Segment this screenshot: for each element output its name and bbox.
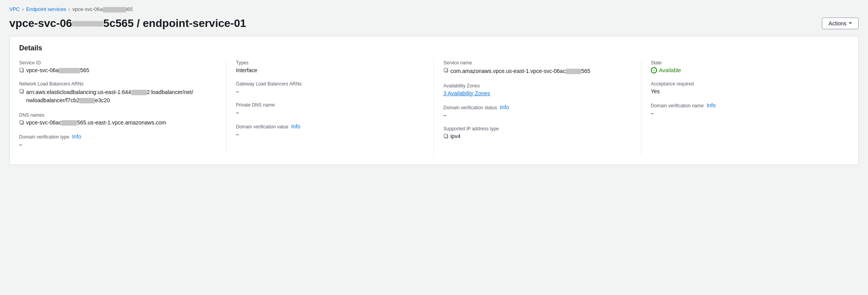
field-label-service-id: Service ID xyxy=(19,60,217,66)
breadcrumb-vpc[interactable]: VPC xyxy=(9,6,20,12)
field-label-domain-verification-value: Domain verification value Info xyxy=(236,123,424,130)
details-grid: Service ID vpce-svc-06a565 Network Loa xyxy=(19,60,849,156)
copy-icon-nlb-arns[interactable] xyxy=(19,89,25,94)
field-value-domain-verification-value: – xyxy=(236,131,424,137)
field-value-glb-arns: – xyxy=(236,88,424,94)
private-dns-name-dash: – xyxy=(236,109,239,116)
svg-rect-5 xyxy=(20,121,23,124)
breadcrumb-sep-1: › xyxy=(22,7,24,12)
domain-verification-status-dash: – xyxy=(443,112,447,118)
details-column-3: Service name com.amazonaws.vpce.us-east-… xyxy=(434,60,641,156)
details-section-title: Details xyxy=(19,44,849,52)
field-state: State Available xyxy=(651,60,849,73)
dns-names-value: vpce-svc-06ac565.us-east-1.vpce.amazonaw… xyxy=(26,119,166,126)
glb-arns-dash: – xyxy=(236,88,239,94)
types-value: Interface xyxy=(236,67,257,73)
field-label-dns-names: DNS names xyxy=(19,112,217,118)
field-glb-arns: Gateway Load Balancers ARNs – xyxy=(236,81,424,94)
details-card: Details Service ID vpce-svc-06a565 xyxy=(9,36,859,165)
field-value-domain-verification-status: – xyxy=(443,112,632,118)
field-value-nlb-arns: arn:aws:elasticloadbalancing:us-east-1:6… xyxy=(19,88,217,105)
field-domain-verification-type: Domain verification type Info – xyxy=(19,133,217,148)
copy-icon-service-name[interactable] xyxy=(443,68,449,73)
breadcrumb-current: vpce-svc-06ai65 xyxy=(72,6,133,12)
nlb-arns-value: arn:aws:elasticloadbalancing:us-east-1:6… xyxy=(26,88,193,105)
svg-rect-7 xyxy=(444,68,447,71)
svg-rect-9 xyxy=(444,134,447,137)
field-label-availability-zones: Availability Zones xyxy=(443,83,632,89)
field-dns-names: DNS names vpce-svc-06ac565.us-east-1.vpc… xyxy=(19,112,217,126)
info-link-domain-verification-status[interactable]: Info xyxy=(500,104,509,110)
field-service-id: Service ID vpce-svc-06a565 xyxy=(19,60,217,73)
field-private-dns-name: Private DNS name – xyxy=(236,102,424,116)
field-domain-verification-value: Domain verification value Info – xyxy=(236,123,424,137)
field-supported-ip-address-type: Supported IP address type ipv4 xyxy=(443,126,632,139)
domain-verification-name-dash: – xyxy=(651,110,654,116)
acceptance-required-value: Yes xyxy=(651,88,660,94)
field-label-glb-arns: Gateway Load Balancers ARNs xyxy=(236,81,424,87)
details-column-1: Service ID vpce-svc-06a565 Network Loa xyxy=(19,60,227,156)
field-label-private-dns-name: Private DNS name xyxy=(236,102,424,108)
field-acceptance-required: Acceptance required Yes xyxy=(651,81,849,94)
field-nlb-arns: Network Load Balancers ARNs arn:aws:elas… xyxy=(19,81,217,105)
field-value-dns-names: vpce-svc-06ac565.us-east-1.vpce.amazonaw… xyxy=(19,119,217,126)
page-wrapper: VPC › Endpoint services › vpce-svc-06ai6… xyxy=(0,0,868,174)
service-name-value: com.amazonaws.vpce.us-east-1.vpce-svc-06… xyxy=(450,67,590,75)
field-value-service-id: vpce-svc-06a565 xyxy=(19,67,217,73)
field-label-domain-verification-status: Domain verification status Info xyxy=(443,104,632,110)
field-value-domain-verification-name: – xyxy=(651,110,849,116)
field-availability-zones: Availability Zones 3 Availability Zones xyxy=(443,83,632,96)
details-column-2: Types Interface Gateway Load Balancers A… xyxy=(227,60,434,156)
field-label-types: Types xyxy=(236,60,424,66)
availability-zones-link[interactable]: 3 Availability Zones xyxy=(443,90,490,96)
breadcrumb-sep-2: › xyxy=(68,7,70,12)
field-value-supported-ip-address-type: ipv4 xyxy=(443,133,632,139)
chevron-down-icon xyxy=(849,22,852,24)
info-link-domain-verification-type[interactable]: Info xyxy=(72,133,81,140)
field-label-nlb-arns: Network Load Balancers ARNs xyxy=(19,81,217,87)
domain-verification-value-dash: – xyxy=(236,131,239,137)
supported-ip-type-value: ipv4 xyxy=(450,133,461,139)
field-label-domain-verification-type: Domain verification type Info xyxy=(19,133,217,140)
page-title: vpce-svc-065c565 / endpoint-service-01 xyxy=(9,17,246,30)
field-value-types: Interface xyxy=(236,67,424,73)
status-available-label: Available xyxy=(659,67,681,73)
field-label-state: State xyxy=(651,60,849,66)
field-label-service-name: Service name xyxy=(443,60,632,66)
actions-label: Actions xyxy=(829,20,847,27)
svg-rect-1 xyxy=(20,68,23,71)
details-column-4: State Available Acceptance required Yes xyxy=(641,60,849,156)
field-value-service-name: com.amazonaws.vpce.us-east-1.vpce-svc-06… xyxy=(443,67,632,75)
field-service-name: Service name com.amazonaws.vpce.us-east-… xyxy=(443,60,632,75)
domain-verification-type-dash: – xyxy=(19,141,22,148)
info-link-domain-verification-name[interactable]: Info xyxy=(707,102,716,108)
status-available-icon xyxy=(651,67,657,73)
field-domain-verification-name: Domain verification name Info – xyxy=(651,102,849,116)
svg-rect-3 xyxy=(20,89,23,93)
status-available: Available xyxy=(651,67,681,73)
field-domain-verification-status: Domain verification status Info – xyxy=(443,104,632,118)
field-label-domain-verification-name: Domain verification name Info xyxy=(651,102,849,108)
field-label-supported-ip-address-type: Supported IP address type xyxy=(443,126,632,132)
service-id-value: vpce-svc-06a565 xyxy=(26,67,89,73)
field-value-acceptance-required: Yes xyxy=(651,88,849,94)
info-link-domain-verification-value[interactable]: Info xyxy=(291,123,300,130)
field-label-acceptance-required: Acceptance required xyxy=(651,81,849,87)
field-value-state: Available xyxy=(651,67,849,73)
copy-icon-dns-names[interactable] xyxy=(19,120,25,125)
breadcrumb-endpoint-services[interactable]: Endpoint services xyxy=(26,6,66,12)
field-value-availability-zones: 3 Availability Zones xyxy=(443,90,632,96)
actions-button[interactable]: Actions xyxy=(822,18,859,29)
page-header: vpce-svc-065c565 / endpoint-service-01 A… xyxy=(9,17,859,30)
copy-icon-ip-type[interactable] xyxy=(443,133,449,139)
breadcrumb: VPC › Endpoint services › vpce-svc-06ai6… xyxy=(9,6,859,12)
field-value-domain-verification-type: – xyxy=(19,141,217,148)
copy-icon-service-id[interactable] xyxy=(19,68,25,73)
field-value-private-dns-name: – xyxy=(236,109,424,116)
field-types: Types Interface xyxy=(236,60,424,73)
